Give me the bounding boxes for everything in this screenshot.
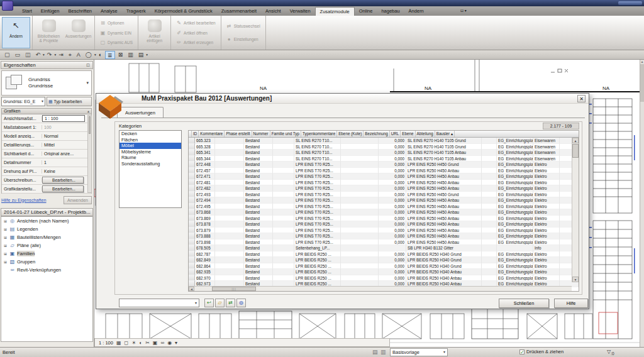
column-header[interactable]: Phase erstellt [225, 131, 252, 137]
ribbon-tab[interactable]: Beschriften [64, 7, 96, 16]
row-selector[interactable] [189, 197, 195, 204]
expander-icon[interactable]: ⊞ [3, 227, 8, 231]
table-row[interactable]: 673.869 Bestand LPR EINS T70 R25... 0,00… [189, 216, 579, 222]
qat-icon[interactable]: ◫ [23, 51, 33, 59]
ribbon-large-button[interactable]: Auswertungen [64, 17, 92, 48]
tree-item[interactable]: ⊞ ▦ Bauteillisten/Mengen [1, 233, 92, 241]
row-selector[interactable] [189, 239, 195, 246]
scroll-left-icon[interactable]: ◄ [189, 287, 194, 291]
view-window-controls-icon[interactable] [551, 69, 568, 72]
column-header[interactable]: Typenkommentare [301, 131, 337, 137]
category-item[interactable]: Flächen [119, 137, 181, 143]
qat-icon[interactable]: ▥ [126, 51, 135, 59]
edit-type-button[interactable]: ▦ Typ bearbeiten [47, 97, 92, 106]
panel-options-icon[interactable]: ⊡ [86, 62, 90, 69]
ribbon-tab[interactable]: Verwalten [286, 7, 315, 16]
view-control-icon[interactable]: ▣ [153, 340, 158, 346]
property-value[interactable]: 1 [42, 160, 91, 165]
tree-item[interactable]: ⊞ ◎ Ansichten (nach Namen) [1, 217, 92, 225]
ribbon-small-button[interactable]: ● Einstellungen [223, 36, 264, 42]
table-row[interactable]: 673.879 Bestand LPR EINS T70 R25... 0,00… [189, 228, 579, 234]
column-header[interactable]: Abteilung [416, 131, 435, 137]
category-item[interactable]: Räume [119, 155, 181, 161]
view-control-icon[interactable]: ▦ [116, 340, 121, 346]
apply-button[interactable]: Anwenden [64, 196, 92, 204]
help-button[interactable]: Hilfe [554, 299, 588, 308]
ribbon-tab[interactable]: Online [355, 7, 377, 16]
row-selector[interactable] [189, 263, 195, 270]
table-vertical-scrollbar[interactable]: ▲ ▼ [572, 138, 579, 282]
row-selector[interactable] [189, 138, 195, 144]
view-control-icon[interactable]: ▾ [175, 340, 177, 346]
ribbon-tab[interactable]: Körpermodell & Grundstück [150, 7, 217, 16]
column-header[interactable]: Bezeichnung [364, 131, 389, 137]
table-row[interactable]: 682.787 Bestand LPR BEIDS R250 ... 0,000… [189, 251, 579, 258]
close-button[interactable]: Schließen [499, 299, 549, 308]
ribbon-small-button[interactable]: ▢ Dynamic AUS [97, 40, 136, 45]
property-value[interactable]: Bearbeiten... [42, 177, 84, 184]
expander-icon[interactable]: ⊞ [3, 251, 8, 256]
table-row[interactable]: 672.481 Bestand LPR EINS T70 R25... 0,00… [189, 180, 579, 186]
row-selector[interactable] [189, 233, 195, 239]
row-selector[interactable] [189, 173, 195, 180]
ribbon-small-button[interactable]: ✐ Artikel öffnen [173, 30, 219, 36]
row-selector[interactable] [189, 156, 195, 162]
table-row[interactable]: 678.505 Bestand Seitenbehang_LP... SB LP… [189, 245, 579, 251]
scroll-down-icon[interactable]: ▼ [572, 277, 579, 282]
dialog-titlebar[interactable]: MuM Praxispaket Bau 2012 [Auswertungen] … [96, 94, 589, 104]
column-header[interactable]: ID [192, 131, 199, 137]
ribbon-state-caret-icon[interactable]: ⊡ ▾ [454, 8, 469, 14]
expander-icon[interactable]: ⊞ [3, 219, 8, 223]
modify-button[interactable]: ↖ Ändern [2, 17, 30, 48]
column-header[interactable]: Ebene [401, 131, 415, 137]
tree-item[interactable]: ⊞ ▧ Gruppen [1, 258, 92, 266]
expander-icon[interactable]: ⊞ [3, 235, 8, 239]
expander-icon[interactable]: ⊞ [3, 243, 8, 248]
qat-icon[interactable]: ↶ [34, 51, 43, 59]
row-selector[interactable] [189, 162, 195, 168]
table-row[interactable]: 672.471 Bestand LPR EINS T70 R25... 0,00… [189, 173, 579, 180]
qat-icon[interactable]: ≣ [105, 51, 115, 59]
table-row[interactable]: 672.493 Bestand LPR EINS T70 R25... 0,00… [189, 192, 579, 198]
type-selector[interactable]: Grundriss Grundrisse ▾ [1, 70, 92, 96]
view-control-icon[interactable]: ◻ [125, 340, 129, 346]
ribbon-tab[interactable]: Zusatzmodule [315, 7, 355, 16]
table-row[interactable]: 673.888 Bestand LPR EINS T70 R25... 0,00… [189, 233, 579, 239]
ribbon-tab[interactable]: Einfügen [36, 7, 64, 16]
qat-icon[interactable]: ▭ [13, 51, 23, 59]
qat-icon[interactable]: ⇥ [57, 51, 65, 59]
view-control-icon[interactable]: ✂ [145, 340, 150, 346]
worksets-icon[interactable]: ▤ [372, 349, 378, 355]
table-row[interactable]: 672.494 Bestand LPR EINS T70 R25... 0,00… [189, 197, 579, 204]
tab-auswertungen[interactable]: Auswertungen [117, 107, 164, 118]
view-scale[interactable]: 1 : 100 [99, 340, 113, 346]
ribbon-large-button[interactable]: Bibliotheken& Projekte [35, 17, 63, 48]
ribbon-small-button[interactable]: ✎ Artikel bearbeiten [173, 20, 219, 26]
table-row[interactable]: 673.868 Bestand LPR EINS T70 R25... 0,00… [189, 209, 579, 216]
row-selector[interactable] [189, 221, 195, 228]
qat-icon[interactable]: A [75, 51, 82, 59]
table-row[interactable]: 673.898 Bestand LPR EINS T70 R25... 0,00… [189, 239, 579, 246]
dialog-tool-button[interactable]: ⇄ [226, 299, 235, 307]
table-row[interactable]: 672.448 Bestand LPR EINS T70 R25... 0,00… [189, 162, 579, 168]
row-selector[interactable] [189, 192, 195, 198]
column-header[interactable]: Familie und Typ [270, 131, 301, 137]
ribbon-tab[interactable]: Ansicht [261, 7, 286, 16]
qat-icon[interactable]: ↷ [45, 51, 54, 59]
project-browser-header[interactable]: 2014-01-27 Lübeck_DP.rvt - Projektb... ⊡ [1, 208, 93, 216]
property-value[interactable]: Bearbeiten... [42, 185, 84, 192]
chevron-down-icon[interactable]: ▾ [86, 80, 91, 85]
filter-icon[interactable]: ▽:0 [607, 349, 614, 356]
category-item[interactable]: Möbelsysteme [119, 149, 181, 155]
properties-help-link[interactable]: Hilfe zu Eigenschaften [1, 197, 47, 203]
revit-app-icon[interactable] [2, 1, 13, 11]
ribbon-large-button[interactable]: Artikeleinfügen [140, 17, 169, 48]
row-selector[interactable] [189, 185, 195, 192]
property-value[interactable]: Normal [42, 134, 91, 138]
row-selector[interactable] [189, 269, 195, 275]
properties-panel-header[interactable]: Eigenschaften ⊡ [1, 61, 93, 69]
ribbon-tab[interactable]: hagebau [377, 7, 404, 16]
table-row[interactable]: 665.323 Bestand SL EINS R270 T10... 0,00… [189, 138, 579, 144]
dialog-tool-button[interactable]: ▱ [215, 299, 225, 307]
view-control-icon[interactable]: ◉ [167, 340, 172, 346]
